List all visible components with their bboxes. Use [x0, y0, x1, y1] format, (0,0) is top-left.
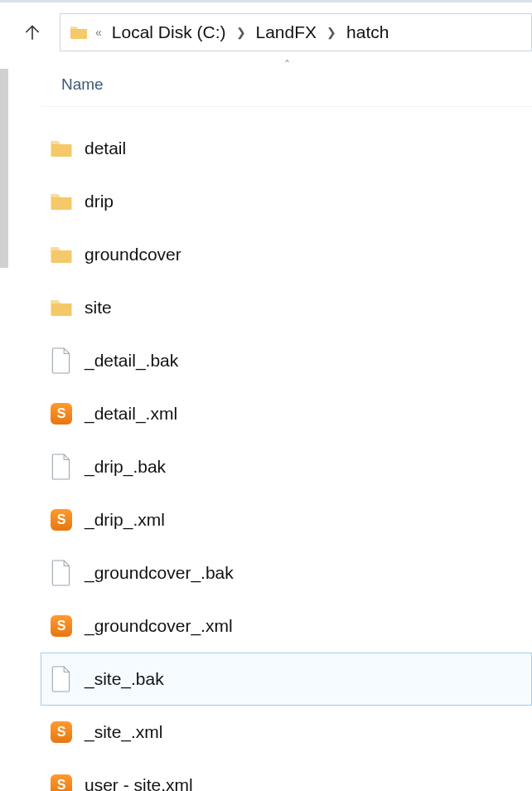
file-row[interactable]: detail [41, 122, 532, 175]
file-list: detaildripgroundcoversite_detail_.bakS_d… [41, 107, 532, 791]
path-overflow-icon[interactable]: « [95, 26, 102, 39]
file-icon [46, 560, 76, 586]
folder-icon [69, 22, 89, 42]
file-row[interactable]: _drip_.bak [41, 440, 532, 493]
sublime-file-icon: S [46, 721, 76, 743]
file-icon [46, 454, 76, 480]
file-row[interactable]: _groundcover_.bak [41, 546, 532, 599]
folder-icon [46, 242, 76, 267]
file-list-pane: ˄ Name detaildripgroundcoversite_detail_… [8, 62, 532, 789]
file-row[interactable]: S_detail_.xml [41, 387, 532, 440]
nav-pane-stub [0, 62, 8, 789]
folder-icon [46, 189, 76, 214]
chevron-right-icon: ❯ [236, 26, 246, 39]
file-name-label: _site_.xml [85, 722, 163, 742]
file-name-label: _site_.bak [85, 669, 164, 689]
file-row[interactable]: S_drip_.xml [41, 493, 532, 546]
file-name-label: detail [85, 138, 126, 158]
toolbar: « Local Disk (C:) ❯ LandFX ❯ hatch [0, 2, 532, 62]
sublime-file-icon: S [46, 615, 76, 637]
file-name-label: groundcover [85, 245, 181, 264]
file-name-label: _groundcover_.bak [85, 563, 234, 583]
file-name-label: _detail_.bak [85, 351, 178, 371]
nav-scrollbar[interactable] [0, 69, 8, 268]
file-icon [46, 347, 76, 374]
file-name-label: _groundcover_.xml [85, 616, 233, 636]
file-name-label: _drip_.xml [85, 510, 165, 530]
file-icon [46, 666, 76, 692]
file-name-label: _drip_.bak [85, 457, 166, 477]
file-row[interactable]: _site_.bak [41, 653, 532, 706]
file-row[interactable]: Suser - site.xml [41, 759, 532, 791]
file-name-label: _detail_.xml [85, 404, 177, 424]
sort-indicator-icon: ˄ [284, 58, 290, 71]
sublime-file-icon: S [46, 509, 76, 531]
file-row[interactable]: site [41, 281, 532, 334]
breadcrumb-item[interactable]: hatch [343, 21, 392, 44]
file-name-label: site [85, 298, 112, 318]
file-row[interactable]: _detail_.bak [41, 334, 532, 387]
sublime-file-icon: S [46, 403, 76, 425]
folder-icon [46, 295, 76, 320]
file-name-label: user - site.xml [85, 775, 193, 791]
column-header-name[interactable]: Name [41, 75, 104, 94]
file-name-label: drip [85, 192, 114, 211]
up-one-level-button[interactable] [20, 20, 45, 45]
file-row[interactable]: S_groundcover_.xml [41, 599, 532, 653]
file-row[interactable]: S_site_.xml [41, 706, 532, 759]
address-bar[interactable]: « Local Disk (C:) ❯ LandFX ❯ hatch [60, 13, 532, 51]
file-row[interactable]: groundcover [41, 228, 532, 281]
breadcrumb-root[interactable]: Local Disk (C:) [109, 21, 230, 44]
column-header-row: ˄ Name [41, 62, 532, 107]
chevron-right-icon: ❯ [326, 26, 336, 39]
sublime-file-icon: S [46, 774, 76, 791]
file-row[interactable]: drip [41, 175, 532, 228]
folder-icon [46, 136, 76, 161]
breadcrumb-item[interactable]: LandFX [253, 21, 321, 44]
content-area: ˄ Name detaildripgroundcoversite_detail_… [0, 62, 532, 789]
